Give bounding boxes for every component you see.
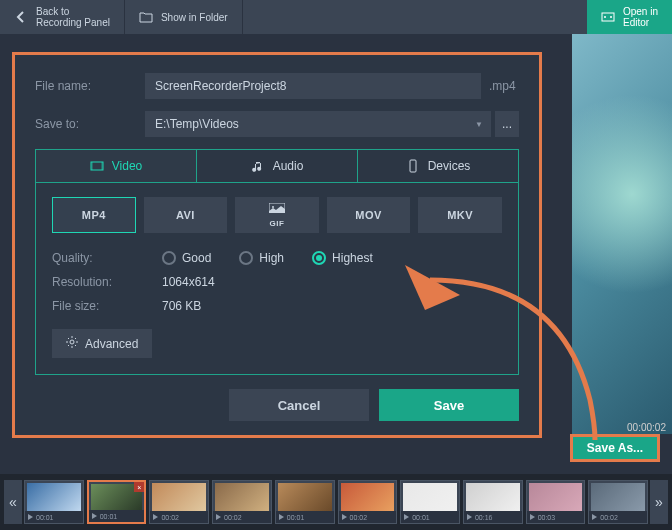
thumb-time: 00:01 — [100, 513, 118, 520]
save-as-button[interactable]: Save As... — [570, 434, 660, 462]
thumbnails: 00:01×00:0100:0200:0200:0100:0200:0100:1… — [24, 480, 648, 524]
thumbnail[interactable]: 00:01 — [275, 480, 335, 524]
cancel-button[interactable]: Cancel — [229, 389, 369, 421]
play-icon — [592, 514, 597, 520]
svg-rect-4 — [91, 162, 93, 170]
svg-point-1 — [604, 16, 606, 18]
thumbnail[interactable]: ×00:01 — [87, 480, 147, 524]
quality-good[interactable]: Good — [162, 251, 211, 265]
tab-audio[interactable]: Audio — [197, 150, 358, 182]
thumbnail[interactable]: 00:16 — [463, 480, 523, 524]
time-current: 00:00:02 — [627, 422, 666, 433]
tab-video[interactable]: Video — [36, 150, 197, 182]
play-icon — [404, 514, 409, 520]
advanced-button[interactable]: Advanced — [52, 329, 152, 358]
thumbnail[interactable]: 00:02 — [149, 480, 209, 524]
back-button[interactable]: Back to Recording Panel — [0, 0, 125, 34]
show-folder-label: Show in Folder — [161, 12, 228, 23]
tab-devices[interactable]: Devices — [358, 150, 518, 182]
open-editor-button[interactable]: Open in Editor — [587, 0, 672, 34]
video-panel: MP4 AVI GIF MOV MKV Quality: Good High H… — [35, 183, 519, 375]
thumbnail[interactable]: 00:01 — [400, 480, 460, 524]
format-mov[interactable]: MOV — [327, 197, 411, 233]
resolution-label: Resolution: — [52, 275, 162, 289]
thumb-time: 00:02 — [224, 514, 242, 521]
thumb-time: 00:16 — [475, 514, 493, 521]
thumbnail[interactable]: 00:02 — [212, 480, 272, 524]
filename-label: File name: — [35, 79, 145, 93]
format-mkv[interactable]: MKV — [418, 197, 502, 233]
play-icon — [467, 514, 472, 520]
format-mp4[interactable]: MP4 — [52, 197, 136, 233]
preview-background — [572, 34, 672, 434]
open-editor-label: Open in Editor — [623, 6, 658, 28]
quality-radios: Good High Highest — [162, 251, 373, 265]
thumbnail[interactable]: 00:02 — [588, 480, 648, 524]
thumbnail[interactable]: 00:02 — [338, 480, 398, 524]
thumb-time: 00:01 — [287, 514, 305, 521]
thumb-time: 00:02 — [350, 514, 368, 521]
device-icon — [406, 159, 420, 173]
quality-label: Quality: — [52, 251, 162, 265]
play-icon — [216, 514, 221, 520]
format-list: MP4 AVI GIF MOV MKV — [52, 197, 502, 233]
format-tabs: Video Audio Devices — [35, 149, 519, 183]
filename-ext: .mp4 — [489, 79, 519, 93]
quality-high[interactable]: High — [239, 251, 284, 265]
filesize-value: 706 KB — [162, 299, 201, 313]
folder-icon — [139, 10, 153, 24]
thumb-time: 00:02 — [161, 514, 179, 521]
play-icon — [153, 514, 158, 520]
play-icon — [92, 513, 97, 519]
thumb-next[interactable]: » — [650, 480, 668, 524]
gear-icon — [66, 336, 78, 351]
video-icon — [90, 159, 104, 173]
thumbnail[interactable]: 00:01 — [24, 480, 84, 524]
filename-input[interactable] — [145, 73, 481, 99]
svg-rect-5 — [101, 162, 103, 170]
browse-button[interactable]: ... — [495, 111, 519, 137]
play-icon — [530, 514, 535, 520]
thumbnail[interactable]: 00:03 — [526, 480, 586, 524]
play-icon — [342, 514, 347, 520]
svg-point-2 — [610, 16, 612, 18]
resolution-value: 1064x614 — [162, 275, 215, 289]
filesize-label: File size: — [52, 299, 162, 313]
editor-icon — [601, 10, 615, 24]
play-icon — [279, 514, 284, 520]
thumb-time: 00:02 — [600, 514, 618, 521]
saveto-label: Save to: — [35, 117, 145, 131]
thumb-time: 00:01 — [412, 514, 430, 521]
save-button[interactable]: Save — [379, 389, 519, 421]
saveto-combo[interactable]: E:\Temp\Videos — [145, 111, 491, 137]
show-folder-button[interactable]: Show in Folder — [125, 0, 243, 34]
svg-rect-6 — [410, 160, 416, 172]
save-dialog: File name: .mp4 Save to: E:\Temp\Videos … — [12, 52, 542, 438]
music-icon — [251, 159, 265, 173]
thumb-time: 00:03 — [538, 514, 556, 521]
arrow-left-icon — [14, 10, 28, 24]
top-bar: Back to Recording Panel Show in Folder O… — [0, 0, 672, 34]
format-gif[interactable]: GIF — [235, 197, 319, 233]
thumb-prev[interactable]: « — [4, 480, 22, 524]
svg-point-8 — [272, 206, 274, 208]
thumb-time: 00:01 — [36, 514, 54, 521]
format-avi[interactable]: AVI — [144, 197, 228, 233]
play-icon — [28, 514, 33, 520]
back-label: Back to Recording Panel — [36, 6, 110, 28]
thumbnail-bar: « 00:01×00:0100:0200:0200:0100:0200:0100… — [0, 474, 672, 530]
svg-rect-0 — [602, 13, 614, 21]
close-icon[interactable]: × — [134, 482, 144, 492]
quality-highest[interactable]: Highest — [312, 251, 373, 265]
svg-point-9 — [70, 340, 74, 344]
